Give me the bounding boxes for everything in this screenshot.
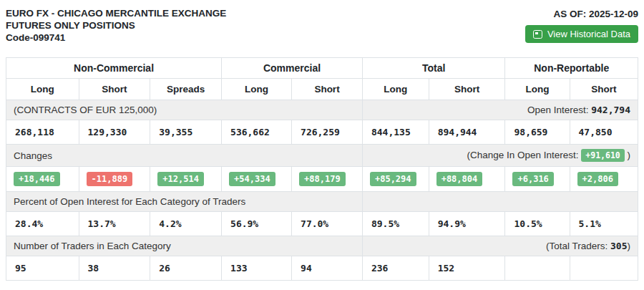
percent-nr-short: 5.1% xyxy=(570,212,638,236)
percent-nc-long: 28.4% xyxy=(6,212,79,236)
col-header-comm-long: Long xyxy=(222,79,292,100)
column-header-row: Long Short Spreads Long Short Long Short… xyxy=(6,79,638,100)
total-traders-value: 305 xyxy=(610,241,627,251)
percent-total-long: 89.5% xyxy=(362,212,429,236)
col-header-total-short: Short xyxy=(429,79,505,100)
col-header-nc-short: Short xyxy=(79,79,150,100)
col-header-nc-long: Long xyxy=(6,79,79,100)
change-comm-short-badge: +88,179 xyxy=(299,172,346,186)
change-comm-long-badge: +54,334 xyxy=(229,172,275,186)
col-header-total-long: Long xyxy=(362,79,429,100)
change-cell: +85,294 xyxy=(362,167,429,192)
percent-total-short: 94.9% xyxy=(429,212,505,236)
col-header-nr-long: Long xyxy=(505,79,570,100)
traders-row: 95 38 26 133 94 236 152 xyxy=(6,256,638,281)
percent-nr-long: 10.5% xyxy=(505,212,570,236)
calendar-icon xyxy=(533,30,542,39)
position-nr-short: 47,850 xyxy=(570,120,638,145)
position-nc-short: 129,330 xyxy=(79,120,150,145)
change-cell: +54,334 xyxy=(222,167,292,192)
change-total-short-badge: +88,804 xyxy=(436,172,483,186)
report-title-line1: EURO FX - CHICAGO MERCANTILE EXCHANGE xyxy=(6,7,226,19)
position-comm-short: 726,259 xyxy=(292,120,363,145)
view-historical-data-label: View Historical Data xyxy=(547,29,630,39)
change-nc-spreads-badge: +12,514 xyxy=(157,172,204,186)
total-traders-suffix: ) xyxy=(628,241,631,251)
col-header-nr-short: Short xyxy=(570,79,638,100)
change-nc-long-badge: +18,446 xyxy=(14,172,60,186)
traders-total-short: 152 xyxy=(429,256,505,281)
change-oi-value-badge: +91,610 xyxy=(581,149,624,162)
change-nr-long-badge: +6,316 xyxy=(512,172,553,186)
position-nc-spreads: 39,355 xyxy=(150,120,222,145)
change-total-long-badge: +85,294 xyxy=(370,172,416,186)
traders-nr-short xyxy=(570,256,638,281)
percent-label-spacer xyxy=(362,192,638,212)
view-historical-data-button[interactable]: View Historical Data xyxy=(525,25,638,43)
percent-nc-short: 13.7% xyxy=(79,212,150,236)
change-cell: +18,446 xyxy=(6,167,79,192)
percent-label: Percent of Open Interest for Each Catego… xyxy=(6,192,363,212)
changes-label: Changes xyxy=(6,145,363,167)
position-total-short: 894,944 xyxy=(429,120,505,145)
position-nr-long: 98,659 xyxy=(505,120,570,145)
group-header-row: Non-Commercial Commercial Total Non-Repo… xyxy=(6,58,638,79)
change-cell: +2,806 xyxy=(570,167,638,192)
percent-row: 28.4% 13.7% 4.2% 56.9% 77.0% 89.5% 94.9%… xyxy=(6,212,638,236)
group-header-commercial: Commercial xyxy=(222,58,363,79)
traders-total-long: 236 xyxy=(362,256,429,281)
change-oi-prefix: (Change In Open Interest: xyxy=(467,150,581,160)
change-oi-suffix: ) xyxy=(625,150,630,160)
change-cell: +88,804 xyxy=(429,167,505,192)
as-of-date: AS OF: 2025-12-09 xyxy=(553,9,638,19)
group-header-non-reportable: Non-Reportable xyxy=(505,58,638,79)
traders-nc-short: 38 xyxy=(79,256,150,281)
open-interest-value: 942,794 xyxy=(591,105,630,115)
traders-nc-spreads: 26 xyxy=(150,256,222,281)
changes-label-row: Changes (Change In Open Interest: +91,61… xyxy=(6,145,638,167)
positions-row: 268,118 129,330 39,355 536,662 726,259 8… xyxy=(6,120,638,145)
open-interest-label: Open Interest: xyxy=(527,105,591,115)
group-header-total: Total xyxy=(362,58,505,79)
report-title-line2: FUTURES ONLY POSITIONS xyxy=(6,19,226,32)
report-code: Code-099741 xyxy=(6,32,226,44)
col-header-nc-spreads: Spreads xyxy=(150,79,222,100)
changes-row: +18,446 -11,889 +12,514 +54,334 +88,179 … xyxy=(6,167,638,192)
total-traders-cell: (Total Traders: 305) xyxy=(362,236,638,256)
traders-label-row: Number of Traders in Each Category (Tota… xyxy=(6,236,638,256)
top-right-block: AS OF: 2025-12-09 View Historical Data xyxy=(525,7,638,43)
col-header-comm-short: Short xyxy=(292,79,363,100)
change-cell: +6,316 xyxy=(505,167,570,192)
contracts-label-row: (CONTRACTS OF EUR 125,000) Open Interest… xyxy=(6,100,638,120)
traders-comm-long: 133 xyxy=(222,256,292,281)
change-open-interest-cell: (Change In Open Interest: +91,610 ) xyxy=(362,145,638,167)
group-header-non-commercial: Non-Commercial xyxy=(6,58,222,79)
change-cell: +12,514 xyxy=(150,167,222,192)
percent-comm-long: 56.9% xyxy=(222,212,292,236)
position-nc-long: 268,118 xyxy=(6,120,79,145)
position-total-long: 844,135 xyxy=(362,120,429,145)
change-cell: -11,889 xyxy=(79,167,150,192)
report-title-block: EURO FX - CHICAGO MERCANTILE EXCHANGE FU… xyxy=(6,7,226,44)
total-traders-prefix: (Total Traders: xyxy=(546,241,610,251)
cot-futures-table: Non-Commercial Commercial Total Non-Repo… xyxy=(6,57,638,281)
change-nr-short-badge: +2,806 xyxy=(577,172,618,186)
traders-label: Number of Traders in Each Category xyxy=(6,236,363,256)
top-bar: EURO FX - CHICAGO MERCANTILE EXCHANGE FU… xyxy=(0,0,644,52)
percent-label-row: Percent of Open Interest for Each Catego… xyxy=(6,192,638,212)
position-comm-long: 536,662 xyxy=(222,120,292,145)
traders-nr-long xyxy=(505,256,570,281)
percent-comm-short: 77.0% xyxy=(292,212,363,236)
contracts-label: (CONTRACTS OF EUR 125,000) xyxy=(6,100,363,120)
open-interest-cell: Open Interest: 942,794 xyxy=(362,100,638,120)
percent-nc-spreads: 4.2% xyxy=(150,212,222,236)
traders-comm-short: 94 xyxy=(292,256,363,281)
change-nc-short-badge: -11,889 xyxy=(87,172,133,186)
change-cell: +88,179 xyxy=(292,167,363,192)
traders-nc-long: 95 xyxy=(6,256,79,281)
